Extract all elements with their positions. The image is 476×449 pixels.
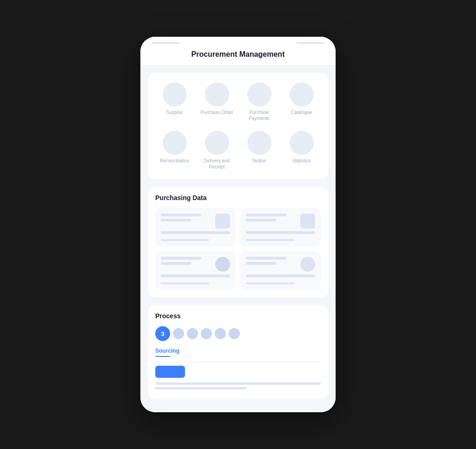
step-group-1: 3 (155, 326, 170, 341)
purchasing-section: Purchasing Data (148, 187, 328, 297)
menu-item-statistics[interactable]: Statistics (282, 131, 321, 170)
line-5 (161, 257, 201, 260)
data-card-1-lines (161, 214, 212, 224)
data-card-3-lines (161, 257, 212, 267)
menu-item-supplier[interactable]: Supplier (155, 82, 194, 121)
line-6 (161, 262, 191, 265)
reconciliation-icon (163, 131, 187, 155)
top-bar-right-line (297, 42, 324, 44)
data-cards-grid (155, 208, 321, 290)
pie-icon (215, 257, 230, 272)
menu-item-purchase-order[interactable]: Purchase Order (198, 82, 236, 121)
card-bottom-4 (246, 282, 294, 284)
page-title: Procurement Management (140, 46, 336, 66)
line-bottom-2 (246, 231, 315, 234)
data-card-4-lines (246, 257, 297, 267)
menu-item-catalogue[interactable]: Catalogue (282, 82, 321, 121)
step-circle-2[interactable] (173, 328, 184, 339)
notice-icon (247, 131, 271, 155)
card-bottom-2 (246, 239, 294, 241)
data-card-2-lines (246, 214, 297, 224)
line-4 (246, 219, 276, 221)
process-desc-line-1 (155, 382, 321, 385)
menu-item-reconciliation[interactable]: Reconciliation (155, 131, 194, 170)
catalogue-icon (290, 82, 314, 107)
menu-item-delivery-receipt[interactable]: Delivery and Receipt (198, 131, 236, 170)
menu-item-purchase-payments[interactable]: Purchase Payments (240, 82, 278, 121)
menu-grid: Supplier Purchase Order Purchase Payment… (155, 82, 321, 170)
purchase-payments-icon (247, 82, 271, 107)
menu-item-notice[interactable]: Notice (240, 131, 278, 170)
delivery-receipt-icon (205, 131, 229, 155)
step-circle-3[interactable] (187, 328, 198, 339)
line-7 (246, 257, 286, 260)
process-action-button[interactable] (155, 366, 185, 378)
cross-icon-1 (215, 214, 230, 228)
process-divider (155, 362, 321, 362)
purchasing-section-title: Purchasing Data (155, 194, 321, 201)
line-bottom-3 (161, 275, 230, 277)
process-desc-line-2 (155, 387, 246, 389)
card-bottom-1 (161, 239, 209, 241)
process-section: Process 3 Sourcing (148, 305, 328, 399)
menu-item-label-delivery-receipt: Delivery and Receipt (198, 158, 236, 170)
menu-item-label-notice: Notice (252, 158, 265, 164)
line-1 (161, 214, 201, 216)
data-card-4-header (246, 257, 315, 272)
line-bottom-4 (246, 275, 315, 277)
top-bar (140, 37, 336, 46)
menu-item-label-purchase-payments: Purchase Payments (240, 109, 278, 121)
data-card-2-header (246, 214, 315, 228)
statistics-icon (290, 131, 314, 155)
process-steps: 3 (155, 326, 321, 341)
step-underline (155, 356, 170, 357)
top-bar-left-line (152, 42, 179, 44)
data-card-4[interactable] (240, 251, 321, 290)
phone-container: Procurement Management Supplier Purchase… (140, 37, 336, 412)
menu-section: Supplier Purchase Order Purchase Payment… (148, 73, 328, 179)
supplier-icon (163, 82, 187, 107)
step-circle-5[interactable] (215, 328, 226, 339)
menu-item-label-purchase-order: Purchase Order (200, 109, 233, 115)
menu-item-label-statistics: Statistics (292, 158, 311, 164)
line-3 (246, 214, 286, 216)
menu-item-label-catalogue: Catalogue (291, 109, 312, 115)
step-circle-active[interactable]: 3 (155, 326, 170, 341)
active-step-label: Sourcing (155, 348, 179, 354)
step-circle-4[interactable] (201, 328, 212, 339)
cross-icon-2 (300, 214, 315, 228)
data-card-2[interactable] (240, 208, 321, 247)
line-8 (246, 262, 276, 265)
line-bottom-1 (161, 231, 230, 234)
data-card-1-header (161, 214, 230, 228)
person-icon (300, 257, 315, 272)
data-card-1[interactable] (155, 208, 236, 247)
process-section-title: Process (155, 312, 321, 320)
menu-item-label-reconciliation: Reconciliation (160, 158, 189, 164)
card-bottom-3 (161, 282, 209, 284)
step-circle-6[interactable] (229, 328, 240, 339)
main-content: Supplier Purchase Order Purchase Payment… (140, 66, 336, 412)
data-card-3[interactable] (155, 251, 236, 290)
purchase-order-icon (205, 82, 229, 107)
line-2 (161, 219, 191, 221)
data-card-3-header (161, 257, 230, 272)
menu-item-label-supplier: Supplier (166, 109, 183, 115)
